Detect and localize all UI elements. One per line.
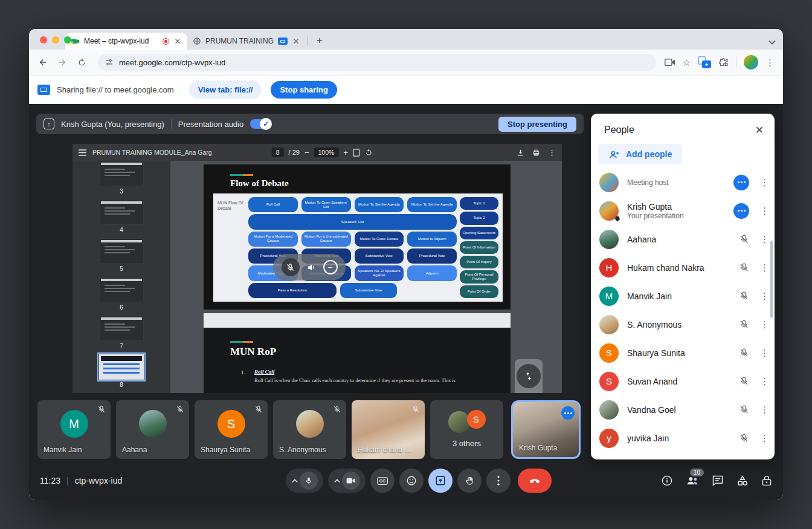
scroll-up-down-icon[interactable] [517,364,541,388]
download-icon[interactable] [517,149,524,157]
participant-tile[interactable]: M Manvik Jain [37,400,111,459]
mic-off-icon [739,234,749,244]
pdf-more-icon[interactable]: ⋮ [548,149,556,157]
url-text: meet.google.com/ctp-wvpx-iud [119,58,225,67]
end-call-button[interactable] [518,469,552,493]
participant-tile-video[interactable]: Hukam chand … [352,400,425,459]
participant-tile[interactable]: S. Anonymous [273,400,346,459]
add-people-button[interactable]: Add people [598,144,682,164]
more-options-icon[interactable]: ⋮ [760,348,768,359]
bookmark-star-icon[interactable]: ☆ [683,58,691,67]
more-options-icon[interactable]: ⋮ [760,262,768,273]
browser-menu-icon[interactable]: ⋮ [765,58,775,67]
minimize-window-button[interactable] [52,36,59,44]
more-options-icon[interactable]: ⋮ [760,319,768,330]
speaker-icon[interactable] [306,262,317,273]
tab-title: PRUMUN TRAINING MOD [205,37,274,45]
slide-accent-line [230,341,253,343]
view-tab-button[interactable]: View tab: file:// [189,81,262,99]
mic-button[interactable] [286,469,323,493]
host-controls-button[interactable] [761,475,772,487]
tab-meet[interactable]: Meet – ctp-wvpx-iud ✕ [65,33,187,50]
remove-icon[interactable]: − [323,260,338,274]
participant-name: Hukam chand … [358,446,411,454]
new-tab-button[interactable]: + [312,33,327,48]
print-icon[interactable] [532,149,540,157]
menu-icon[interactable] [79,149,86,156]
chevron-up-icon[interactable] [334,479,340,483]
present-button[interactable] [428,469,453,493]
pdf-scrollbar[interactable] [515,359,543,393]
zoom-in-button[interactable]: + [343,149,348,157]
mic-icon [304,476,313,485]
chevron-up-icon[interactable] [292,479,298,483]
more-options-icon[interactable]: ⋮ [760,206,768,216]
close-icon[interactable]: ✕ [292,37,300,46]
stop-sharing-button[interactable]: Stop sharing [271,81,337,99]
raise-hand-button[interactable] [457,469,482,493]
extensions-puzzle-icon[interactable] [718,57,729,68]
tab-capture-icon[interactable] [665,58,675,67]
reload-button[interactable] [74,54,89,70]
media-controls-overlay: − [273,254,346,281]
flow-node: Topic 2 [460,212,498,224]
fit-page-icon[interactable] [353,149,360,157]
more-options-icon[interactable]: ⋮ [760,291,768,302]
reactions-button[interactable] [399,469,424,493]
self-view-tile[interactable]: Krish Gupta [511,400,581,459]
pdf-thumbnail[interactable]: 8 [72,354,170,388]
more-options-icon[interactable]: ⋮ [760,177,768,188]
mic-muted-icon[interactable] [282,258,300,276]
presentation-audio-toggle[interactable]: ✓ [250,119,271,129]
participant-row: S. Anonymous ⋮ [599,310,768,339]
activities-button[interactable] [736,475,749,487]
maximize-window-button[interactable] [64,36,71,44]
more-options-icon[interactable]: ⋮ [760,376,768,387]
stop-presenting-button[interactable]: Stop presenting [498,117,576,132]
flow-node: Opening Statements [460,227,498,239]
avatar: S [599,372,619,391]
pdf-thumbnail[interactable]: 7 [72,316,170,349]
pdf-thumbnail[interactable]: 3 [72,161,170,195]
chat-button[interactable] [712,475,724,487]
avatar [599,400,619,420]
saved-tab-group-icon[interactable]: + [698,56,711,68]
lock-icon [761,475,772,487]
camera-button[interactable] [328,469,366,493]
forward-button[interactable] [54,54,70,70]
participant-name: Suvan Anand [627,377,730,386]
window-controls[interactable] [40,36,71,44]
zoom-out-button[interactable]: − [304,149,309,157]
zoom-level[interactable]: 100% [314,148,339,157]
flow-node: Roll Call [248,197,298,212]
participant-tile[interactable]: S Shaurya Sunita [195,400,268,459]
back-button[interactable] [35,54,51,70]
close-panel-icon[interactable]: ✕ [755,125,764,135]
more-options-icon[interactable]: ⋮ [760,404,768,415]
site-settings-icon[interactable] [105,58,114,67]
pdf-thumbnail[interactable]: 6 [72,277,170,311]
close-icon[interactable]: ✕ [173,37,182,46]
close-window-button[interactable] [40,36,47,44]
tab-prumun[interactable]: PRUMUN TRAINING MOD ✕ [187,33,306,50]
address-bar[interactable]: meet.google.com/ctp-wvpx-iud [98,54,656,71]
rotate-icon[interactable] [365,149,373,157]
pdf-thumbnail[interactable]: 4 [72,200,170,233]
panel-scrollbar[interactable] [770,241,773,318]
avatar: M [60,410,88,438]
pdf-thumbnail-sidebar[interactable]: 3 4 5 6 7 [72,161,170,393]
overflow-tile[interactable]: S 3 others [430,400,503,459]
more-options-icon[interactable]: ⋮ [760,433,768,444]
participant-tile[interactable]: Aahana [116,400,189,459]
meeting-time: 11:23 [40,476,60,485]
pdf-thumbnail[interactable]: 5 [72,238,170,272]
more-options-icon[interactable]: ⋮ [760,234,768,245]
info-button[interactable] [661,475,673,487]
more-options-button[interactable] [486,469,511,493]
flow-node: Speakers' List [248,214,457,229]
page-number-input[interactable]: 8 [272,148,284,157]
profile-avatar[interactable] [744,55,758,70]
chevron-down-icon[interactable] [768,40,776,45]
captions-button[interactable]: CC [370,469,395,493]
people-button[interactable]: 10 [686,475,699,486]
